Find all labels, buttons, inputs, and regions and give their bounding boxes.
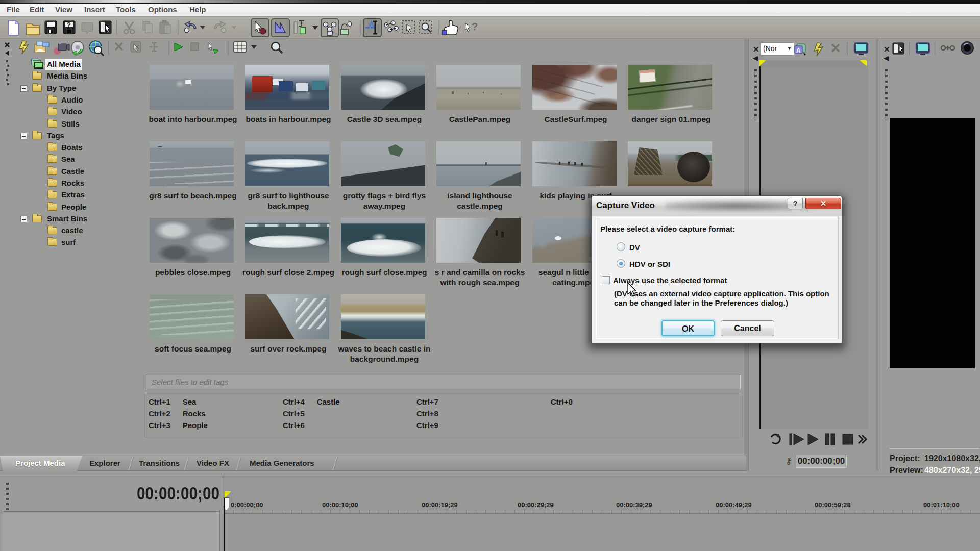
svg-text:?: ? [67, 21, 71, 29]
svg-text:A: A [796, 47, 801, 54]
svg-text:?: ? [472, 21, 478, 32]
